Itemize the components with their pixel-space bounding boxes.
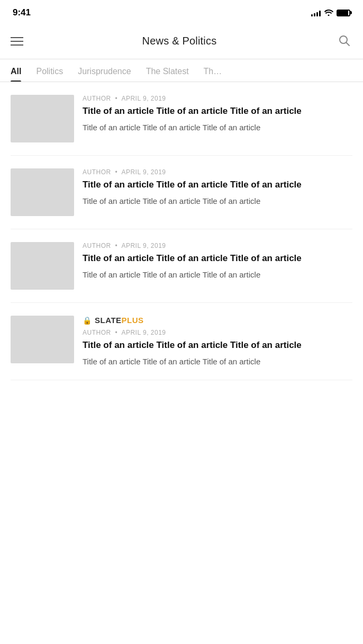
article-item-slate-plus[interactable]: 🔒 SLATEPLUS AUTHOR • APRIL 9, 2019 Title… (11, 303, 352, 380)
menu-button[interactable] (11, 37, 23, 46)
page-title: News & Politics (142, 35, 217, 47)
lock-icon: 🔒 (83, 316, 92, 325)
wifi-icon (324, 8, 333, 17)
article-item[interactable]: AUTHOR • APRIL 9, 2019 Title of an artic… (11, 82, 352, 156)
article-excerpt: Title of an article Title of an article … (83, 122, 352, 133)
article-meta: AUTHOR • APRIL 9, 2019 (83, 329, 352, 336)
article-title: Title of an article Title of an article … (83, 179, 352, 191)
article-date: APRIL 9, 2019 (121, 242, 166, 249)
slate-plus-slate-text: SLATE (95, 316, 122, 325)
article-excerpt: Title of an article Title of an article … (83, 195, 352, 207)
search-icon (338, 34, 350, 47)
article-excerpt: Title of an article Title of an article … (83, 269, 352, 280)
tab-the-slatest[interactable]: The Slatest (146, 59, 189, 82)
article-title: Title of an article Title of an article … (83, 253, 352, 265)
article-thumbnail (11, 168, 74, 216)
article-author: AUTHOR (83, 242, 111, 249)
article-date: APRIL 9, 2019 (121, 95, 166, 102)
status-time: 9:41 (13, 7, 31, 18)
slate-plus-plus-text: PLUS (122, 316, 144, 325)
signal-bars-icon (311, 9, 321, 16)
article-item[interactable]: AUTHOR • APRIL 9, 2019 Title of an artic… (11, 156, 352, 229)
article-thumbnail (11, 242, 74, 290)
article-item[interactable]: AUTHOR • APRIL 9, 2019 Title of an artic… (11, 229, 352, 303)
battery-icon (337, 10, 350, 16)
article-date: APRIL 9, 2019 (121, 329, 166, 336)
article-list: AUTHOR • APRIL 9, 2019 Title of an artic… (0, 82, 363, 380)
search-button[interactable] (335, 32, 352, 50)
article-content: 🔒 SLATEPLUS AUTHOR • APRIL 9, 2019 Title… (83, 316, 352, 367)
article-content: AUTHOR • APRIL 9, 2019 Title of an artic… (83, 168, 352, 207)
article-meta: AUTHOR • APRIL 9, 2019 (83, 168, 352, 176)
app-header: News & Politics (0, 23, 363, 59)
article-title: Title of an article Title of an article … (83, 339, 352, 352)
article-author: AUTHOR (83, 329, 111, 336)
status-bar: 9:41 (0, 0, 363, 23)
tab-jurisprudence[interactable]: Jurisprudence (78, 59, 131, 82)
article-author: AUTHOR (83, 168, 111, 176)
article-excerpt: Title of an article Title of an article … (83, 356, 352, 367)
tab-politics[interactable]: Politics (36, 59, 63, 82)
tab-navigation: All Politics Jurisprudence The Slatest T… (0, 59, 363, 82)
article-meta: AUTHOR • APRIL 9, 2019 (83, 242, 352, 249)
tab-the-gist[interactable]: Th… (204, 59, 222, 82)
article-author: AUTHOR (83, 95, 111, 102)
tab-all[interactable]: All (11, 59, 21, 82)
article-thumbnail (11, 316, 74, 363)
slate-plus-badge: 🔒 SLATEPLUS (83, 316, 352, 325)
status-icons (311, 8, 350, 17)
article-thumbnail (11, 95, 74, 142)
article-meta: AUTHOR • APRIL 9, 2019 (83, 95, 352, 102)
article-content: AUTHOR • APRIL 9, 2019 Title of an artic… (83, 95, 352, 133)
article-title: Title of an article Title of an article … (83, 105, 352, 118)
article-date: APRIL 9, 2019 (121, 168, 166, 176)
article-content: AUTHOR • APRIL 9, 2019 Title of an artic… (83, 242, 352, 280)
svg-line-1 (347, 43, 350, 46)
